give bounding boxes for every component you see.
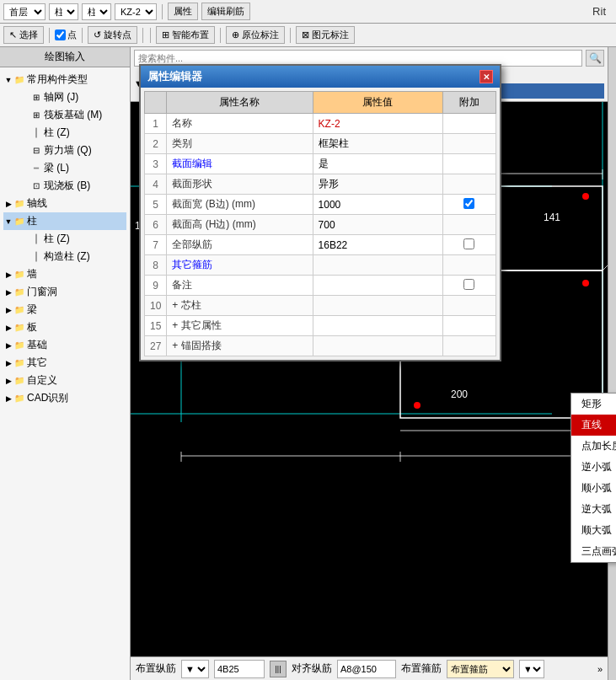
sidebar-item-shearwall[interactable]: ⊟ 剪力墙 (Q) [3,142,126,159]
prop-value-9[interactable] [313,276,442,296]
table-row: 15 + 其它属性 [145,316,496,336]
point-checkbox[interactable] [55,29,66,40]
prop-check-15 [442,316,495,336]
dropdown-item-ccw-small[interactable]: 逆小弧 [571,457,616,478]
prop-check-9[interactable] [442,276,495,296]
separator2 [49,28,50,43]
sidebar-item-opening[interactable]: ▶ 📁 门窗洞 [3,283,126,301]
prop-name-5: 截面宽 (B边) (mm) [167,195,313,215]
table-row: 5 截面宽 (B边) (mm) 1000 [145,195,496,215]
dropdown-item-3point[interactable]: 三点画弧 [571,541,616,562]
prop-check-4 [442,174,495,195]
left-panel-title: 绘图输入 [0,47,130,67]
original-btn[interactable]: ⊕ 原位标注 [226,26,285,44]
kz-select[interactable]: KZ-2 [115,3,157,20]
layout-select[interactable]: ▼ [181,660,209,678]
align-label: 对齐纵筋 [292,661,332,676]
rotate-btn[interactable]: ↺ 旋转点 [88,26,137,44]
expand-icon-shearwall [20,146,30,156]
layout-input[interactable] [214,660,265,678]
type-select2[interactable]: 柱 [82,3,111,20]
sidebar-item-beam2[interactable]: ▶ 📁 梁 [3,301,126,319]
point-check[interactable]: 点 [55,29,77,41]
dropdown-item-cw-small[interactable]: 顺小弧 [571,478,616,499]
sidebar-item-wall[interactable]: ▶ 📁 墙 [3,265,126,283]
prop-check-8 [442,255,495,276]
table-row: 2 类别 框架柱 [145,134,496,154]
expand-icon-opening: ▶ [3,287,13,297]
expand-icon-wall: ▶ [3,270,13,280]
col-num [145,92,167,114]
label-200-bottom: 200 [451,388,468,400]
align-input[interactable] [337,660,396,678]
prop-name-15: + 其它属性 [167,316,313,336]
dropdown-item-pointlen[interactable]: 点加长度 [571,436,616,457]
prop-value-2[interactable]: 框架柱 [313,134,442,154]
sidebar-item-raft[interactable]: ⊞ 筏板基础 (M) [3,106,126,124]
prop-value-3[interactable]: 是 [313,154,442,174]
row-num-5: 5 [145,195,167,215]
folder-icon-foundation: 📁 [13,340,25,351]
dropdown-item-cw-big[interactable]: 顺大弧 [571,520,616,541]
col-extra: 附加 [442,92,495,114]
prop-check-5[interactable] [442,195,495,215]
prop-name-6: 截面高 (H边) (mm) [167,215,313,235]
sidebar-item-beam[interactable]: ━ 梁 (L) [3,159,126,177]
cursor-icon: ↖ [9,29,17,40]
expand-icon-struct-col [20,252,30,262]
dropdown-item-ccw-big[interactable]: 逆大弧 [571,499,616,520]
sidebar-item-foundation[interactable]: ▶ 📁 基础 [3,336,126,354]
sidebar-item-pillar[interactable]: ▼ 📁 柱 [3,212,126,230]
prop-value-4[interactable]: 异形 [313,174,442,195]
prop-value-27 [313,336,442,356]
smart-layout-btn[interactable]: ⊞ 智能布置 [156,26,215,44]
svg-point-25 [582,280,589,286]
sidebar-item-custom[interactable]: ▶ 📁 自定义 [3,372,126,389]
dropdown-item-line[interactable]: 直线 [571,415,616,436]
sidebar-item-col[interactable]: ┃ 柱 (Z) [3,124,126,142]
expand-icon-beam2: ▶ [3,305,13,315]
sidebar-item-slab[interactable]: ⊡ 现浇板 (B) [3,177,126,195]
sidebar-item-common[interactable]: ▼ 📁 常用构件类型 [3,71,126,88]
prop-value-5[interactable]: 1000 [313,195,442,215]
prop-check-2 [442,134,495,154]
prop-check-7[interactable] [442,235,495,255]
select-btn[interactable]: ↖ 选择 [3,26,44,44]
sidebar-item-pillar-z[interactable]: ┃ 柱 (Z) [3,230,126,248]
prop-value-10 [313,296,442,316]
prop-check-3 [442,154,495,174]
element-btn[interactable]: ⊠ 图元标注 [296,26,355,44]
left-panel: 绘图输入 ▼ 📁 常用构件类型 ⊞ 轴网 (J) ⊞ 筏板基础 (M) [0,47,131,680]
floor-select[interactable]: 首层 [3,3,46,20]
separator4 [142,28,143,43]
sidebar-item-cad[interactable]: ▶ 📁 CAD识别 [3,389,126,407]
expand-icon-other: ▶ [3,358,13,368]
dropdown-item-rect[interactable]: 矩形 [571,394,616,415]
folder-icon-axisline: 📁 [13,198,25,210]
separator3 [82,28,83,43]
dialog-close-button[interactable]: ✕ [479,70,493,83]
edit-btn[interactable]: 编辑刷筋 [201,3,250,20]
mode-select[interactable]: 布置箍筋 [447,660,514,678]
prop-value-8[interactable] [313,255,442,276]
sidebar-item-board[interactable]: ▶ 📁 板 [3,319,126,336]
prop-value-7[interactable]: 16B22 [313,235,442,255]
sidebar-item-struct-col[interactable]: ┃ 构造柱 (Z) [3,248,126,265]
separator6 [220,28,221,43]
property-btn[interactable]: 属性 [168,3,198,20]
prop-check-27 [442,336,495,356]
sidebar-item-axisline[interactable]: ▶ 📁 轴线 [3,195,126,212]
prop-value-6[interactable]: 700 [313,215,442,235]
col-value: 属性值 [313,92,442,114]
search-icon: 🔍 [589,52,602,64]
prop-name-3: 截面编辑 [167,154,313,174]
sidebar-item-axis[interactable]: ⊞ 轴网 (J) [3,88,126,106]
svg-point-21 [582,193,589,200]
sidebar-item-other[interactable]: ▶ 📁 其它 [3,354,126,372]
mode-select2[interactable]: ▼ [519,660,544,678]
search-button[interactable]: 🔍 [586,50,604,67]
type-select1[interactable]: 柱 [49,3,78,20]
prop-value-1[interactable]: KZ-2 [313,114,442,134]
item-icon-col: ┃ [30,127,42,139]
prop-check-6 [442,215,495,235]
